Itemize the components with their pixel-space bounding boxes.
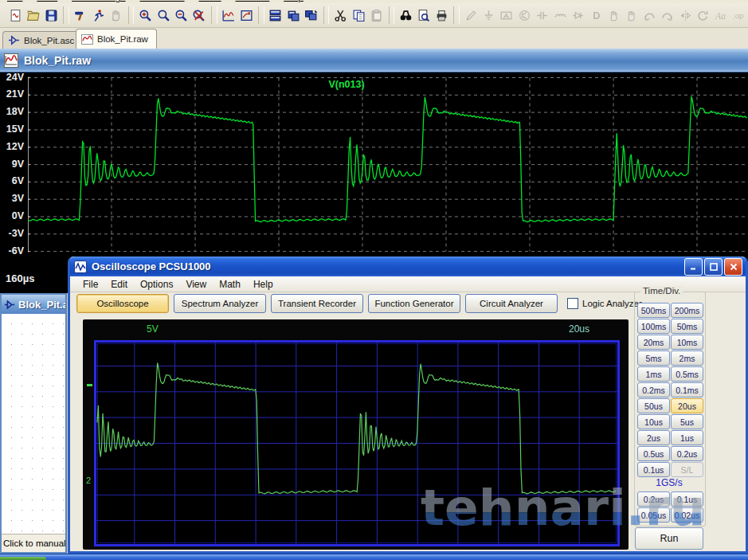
move-icon [605,6,621,25]
scope-menu-options[interactable]: Options [134,279,179,290]
logic-analyzer-checkbox[interactable] [567,298,578,309]
mode-button-spectrum-analyzer[interactable]: Spectrum Analyzer [174,294,266,313]
y-tick-label: 6V [0,175,24,186]
zoom-area-icon[interactable] [137,6,153,25]
menu-item[interactable]: Help [284,0,304,2]
oscilloscope-window: Oscilloscope PCSU1000 FileEditOptionsVie… [68,257,748,554]
minimize-button[interactable] [684,258,703,276]
cut-icon[interactable] [332,6,348,25]
document-tabbar: Blok_Pit.asc Blok_Pit.raw [0,28,748,49]
menu-item[interactable]: View [37,0,57,2]
save-icon[interactable] [43,6,59,25]
timediv-button-1ms[interactable]: 1ms [637,366,670,382]
halt-simulation-icon [108,6,124,25]
timediv-button-0.5ms[interactable]: 0.5ms [671,366,703,382]
print-icon[interactable] [433,6,449,25]
plot-settings-icon[interactable] [238,6,254,25]
timediv-button-10us[interactable]: 10us [637,414,670,429]
channel-2-marker: 2 [86,476,91,485]
tab-blok-pit-raw[interactable]: Blok_Pit.raw [76,29,157,49]
sample-rate-button-0.1us[interactable]: 0.1us [671,491,703,507]
timediv-button-0.2us[interactable]: 0.2us [671,446,703,461]
schematic-statusbar: Click to manually e [2,534,65,552]
timediv-button-2ms[interactable]: 2ms [671,350,703,366]
scope-menu-edit[interactable]: Edit [104,279,134,290]
timediv-button-50us[interactable]: 50us [637,398,670,413]
print-preview-icon[interactable] [416,6,432,25]
tab-blok-pit-asc[interactable]: Blok_Pit.asc [2,31,83,49]
oscilloscope-titlebar[interactable]: Oscilloscope PCSU1000 [70,257,746,276]
copy-icon[interactable] [351,6,366,25]
place-bjt-icon [516,6,532,25]
mode-button-oscilloscope[interactable]: Oscilloscope [76,294,169,313]
find-icon[interactable] [397,6,413,25]
cascade-windows-icon[interactable] [304,6,319,25]
timediv-button-5ms[interactable]: 5ms [637,350,670,366]
logic-analyzer-label: Logic Analyzer [582,299,642,308]
timediv-button-2us[interactable]: 2us [637,430,670,445]
plot-window-titlebar[interactable]: Blok_Pit.raw [0,49,748,72]
sample-rate-button-0.02us[interactable]: 0.02us [671,507,703,523]
timediv-button-1us[interactable]: 1us [671,430,703,445]
sample-rate-button-0.2us[interactable]: 0.2us [637,491,670,507]
schematic-icon [4,300,15,310]
run-simulation-icon[interactable] [90,6,106,25]
tile-vertically-icon[interactable] [285,6,301,25]
menu-item[interactable]: Plot Settings [72,0,125,2]
timediv-button-0.2ms[interactable]: 0.2ms [637,382,670,397]
mode-button-circuit-analyzer[interactable]: Circuit Analyzer [465,294,558,313]
place-net-label-icon [499,6,515,25]
schematic-window-titlebar[interactable]: Blok_Pit.a [2,295,65,315]
open-file-icon[interactable] [25,6,41,25]
scope-menu-help[interactable]: Help [247,279,280,290]
scope-screen-bezel: 5V 20us 2 [83,319,629,550]
scope-menu-view[interactable]: View [179,279,213,290]
svg-text:.op: .op [733,11,743,20]
waveform-icon [81,34,93,45]
spice-directive-icon: .op [730,6,746,25]
timediv-button-50ms[interactable]: 50ms [671,319,703,334]
timediv-button-200ms[interactable]: 200ms [671,303,703,318]
place-text-icon: Aa [713,6,729,25]
zoom-full-extents-icon[interactable] [191,6,207,25]
menu-item[interactable]: Tools [199,0,221,2]
timediv-button-0.1ms[interactable]: 0.1ms [671,382,703,397]
timediv-button-20ms[interactable]: 20ms [637,335,670,350]
undo-icon [641,6,657,25]
timediv-button-10ms[interactable]: 10ms [671,335,703,350]
zoom-out-icon[interactable] [173,6,189,25]
taskbar-edge[interactable] [0,554,748,560]
timediv-button-0.1us[interactable]: 0.1us [637,462,670,477]
menu-item[interactable]: Simulation [140,0,185,2]
logic-analyzer-option[interactable]: Logic Analyzer [567,298,642,309]
run-button[interactable]: Run [635,527,703,550]
y-tick-label: 3V [0,193,24,204]
timediv-button-0.5us[interactable]: 0.5us [637,446,670,461]
timediv-group-label: Time/Div. [640,286,683,296]
scope-menu-file[interactable]: File [76,279,104,290]
timediv-button-100ms[interactable]: 100ms [637,319,670,334]
close-button[interactable] [724,258,742,276]
sample-rate-button-0.05us[interactable]: 0.05us [637,507,670,523]
scope-menu-math[interactable]: Math [213,279,247,290]
control-panel-icon[interactable] [72,6,88,25]
mode-button-transient-recorder[interactable]: Transient Recorder [271,294,363,313]
maximize-button[interactable] [704,258,723,276]
new-schematic-icon[interactable] [7,6,23,25]
mode-button-function-generator[interactable]: Function Generator [368,294,460,313]
timediv-button-500ms[interactable]: 500ms [637,303,670,318]
tile-horizontally-icon[interactable] [268,6,284,25]
y-tick-label: 15V [0,123,24,135]
y-tick-label: 0V [0,210,24,221]
zoom-back-icon[interactable] [155,6,171,25]
y-tick-label: 12V [0,141,24,152]
start-button-edge[interactable] [0,557,46,560]
plot-window-title: Blok_Pit.raw [24,54,91,67]
main-toolbar: DAa.op [0,3,748,28]
timediv-button-5us[interactable]: 5us [671,414,703,429]
menu-item[interactable]: Window [236,0,270,2]
schematic-canvas[interactable] [2,314,65,534]
timediv-button-20us[interactable]: 20us [671,398,703,413]
autorange-y-axis-icon[interactable] [221,6,237,25]
menu-item[interactable]: File [7,0,22,2]
